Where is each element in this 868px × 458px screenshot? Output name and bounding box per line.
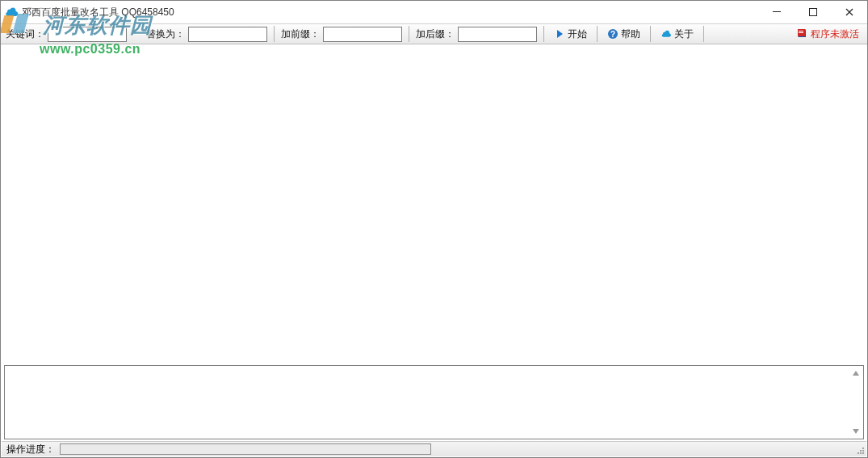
svg-rect-1 bbox=[809, 9, 816, 16]
separator bbox=[274, 26, 275, 42]
svg-point-6 bbox=[862, 450, 864, 452]
svg-point-9 bbox=[862, 447, 864, 449]
separator bbox=[597, 26, 598, 42]
separator bbox=[650, 26, 651, 42]
replace-label: 替换为： bbox=[146, 27, 185, 41]
svg-point-4 bbox=[862, 452, 864, 454]
progress-label: 操作进度： bbox=[6, 443, 55, 456]
scroll-down-icon[interactable] bbox=[850, 426, 862, 437]
help-icon: ? bbox=[607, 28, 619, 40]
keyword-label: 关键词： bbox=[6, 27, 44, 41]
progress-bar bbox=[60, 443, 431, 455]
activation-status[interactable]: 程序未激活 bbox=[796, 27, 862, 41]
separator bbox=[703, 26, 704, 42]
book-icon bbox=[796, 27, 807, 41]
svg-point-8 bbox=[860, 450, 862, 452]
separator bbox=[409, 26, 409, 42]
close-button[interactable] bbox=[831, 1, 867, 23]
main-content-area bbox=[2, 45, 866, 362]
about-button[interactable]: 关于 bbox=[657, 26, 697, 43]
statusbar: 操作进度： bbox=[2, 441, 866, 456]
suffix-label: 加后缀： bbox=[416, 27, 455, 41]
cloud-icon bbox=[660, 28, 672, 40]
svg-point-7 bbox=[858, 452, 859, 454]
prefix-input[interactable] bbox=[323, 27, 402, 42]
svg-point-5 bbox=[860, 452, 862, 454]
log-textarea[interactable] bbox=[4, 365, 864, 439]
suffix-input[interactable] bbox=[458, 27, 537, 42]
scroll-up-icon[interactable] bbox=[850, 368, 862, 379]
window-controls bbox=[758, 1, 867, 23]
play-icon bbox=[554, 28, 565, 40]
toolbar: 关键词： 替换为： 加前缀： 加后缀： 开始 ? 帮助 关于 程序未激活 bbox=[1, 23, 867, 44]
maximize-button[interactable] bbox=[795, 1, 831, 23]
replace-input[interactable] bbox=[188, 27, 267, 42]
help-button[interactable]: ? 帮助 bbox=[604, 26, 644, 43]
titlebar: 邓西百度批量改名工具 QQ6458450 bbox=[1, 1, 867, 23]
keyword-input[interactable] bbox=[48, 27, 127, 42]
activation-status-label: 程序未激活 bbox=[811, 27, 859, 41]
resize-grip[interactable] bbox=[855, 445, 865, 455]
minimize-button[interactable] bbox=[758, 1, 795, 23]
prefix-label: 加前缀： bbox=[281, 27, 320, 41]
help-button-label: 帮助 bbox=[621, 27, 640, 41]
start-button-label: 开始 bbox=[568, 27, 587, 41]
about-button-label: 关于 bbox=[674, 27, 694, 41]
separator bbox=[543, 26, 544, 42]
svg-rect-0 bbox=[773, 11, 781, 12]
cloud-icon bbox=[6, 6, 19, 19]
start-button[interactable]: 开始 bbox=[551, 26, 590, 43]
window-title: 邓西百度批量改名工具 QQ6458450 bbox=[22, 6, 174, 19]
svg-text:?: ? bbox=[610, 30, 615, 39]
